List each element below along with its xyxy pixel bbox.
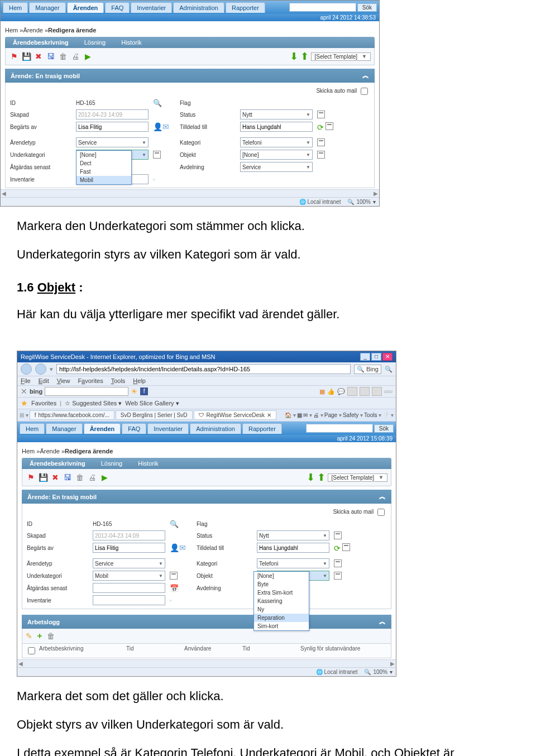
collapse-icon[interactable]: ︽ [379,617,386,626]
trash-icon[interactable]: 🗑 [58,51,68,61]
subnav-arendebeskrivning[interactable]: Ärendebeskrivning [13,39,69,46]
select-all-checkbox[interactable] [28,647,35,654]
save-as-icon[interactable]: 🖫 [46,51,56,61]
tool-icon[interactable] [360,387,370,396]
url-input[interactable] [56,364,351,374]
rss-icon[interactable]: ▦ [319,388,325,395]
skapad-input[interactable] [93,530,165,540]
dropdown-option[interactable]: [None] [254,572,309,580]
kategori-select[interactable]: Telefoni▼ [257,558,329,568]
search-icon[interactable]: 🔍 [385,366,393,373]
nav-tab-hem[interactable]: Hem [3,2,28,13]
page-icon[interactable] [153,151,161,159]
print-icon[interactable]: 🖨 [87,472,97,482]
browser-tab[interactable]: SvD Berglins | Serier | SvD [116,410,193,420]
avdelning-select[interactable]: Service▼ [240,162,313,172]
flag-icon[interactable]: ⚑ [9,51,19,61]
dropdown-option[interactable]: Ny [254,605,309,614]
dropdown-option[interactable]: Sim-kort [254,622,309,630]
template-select[interactable]: [Select Template]▼ [328,473,387,482]
inventory-icon[interactable]: ▫ [170,597,192,604]
dropdown-option[interactable]: Mobil [76,176,131,184]
tilldelad-input[interactable] [257,543,329,553]
menu-favorites[interactable]: Favorites [78,377,103,384]
search-engine[interactable]: 🔍 Bing [354,365,381,374]
kategori-select[interactable]: Telefoni▼ [240,137,313,147]
skapad-input[interactable] [76,109,149,119]
trash-icon[interactable]: 🗑 [75,472,85,482]
play-icon[interactable]: ▶ [83,51,93,61]
dropdown-option[interactable]: Dect [76,159,131,168]
search-icon[interactable]: 🔍 [170,520,192,528]
refresh-icon[interactable]: ⟳ [334,544,341,553]
page-icon[interactable] [317,138,325,146]
horizontal-scrollbar[interactable]: ◀▶ [17,659,396,667]
nav-tab-hem[interactable]: Hem [20,423,45,434]
zoom-control[interactable]: 🔍 100% ▾ [364,669,393,675]
nav-tab-manager[interactable]: Manager [29,2,65,13]
arendetyp-select[interactable]: Service▼ [76,137,149,147]
nav-tab-administration[interactable]: Administration [173,2,224,13]
tool-icon[interactable] [347,387,357,396]
subnav-arendebeskrivning[interactable]: Ärendebeskrivning [30,460,85,467]
calendar-icon[interactable]: 📅 [170,584,192,592]
inventarie-input[interactable] [93,595,165,605]
arrow-down-icon[interactable]: ⬇ [290,50,298,63]
subnav-historik[interactable]: Historik [121,39,142,46]
suggested-sites[interactable]: ☆ Suggested Sites ▾ [65,400,122,407]
horizontal-scrollbar[interactable]: ◀▶ [1,189,379,197]
search-button[interactable]: Sök [357,3,377,12]
inventory-icon[interactable]: ▫ [153,176,175,183]
atgardas-input[interactable] [93,583,165,593]
search-icon[interactable]: 🔍 [153,99,175,107]
page-icon[interactable] [170,572,178,580]
page-icon[interactable] [317,111,325,118]
browser-tab[interactable]: fhttps://www.facebook.com/... [30,410,114,420]
safety-menu[interactable]: Safety ▾ [343,412,363,418]
minimize-button[interactable]: _ [360,353,370,361]
auto-mail-checkbox[interactable] [377,509,385,516]
page-menu[interactable]: Page ▾ [324,412,342,418]
menu-tools[interactable]: Tools [111,377,126,384]
bing-search-input[interactable] [45,387,128,396]
page-icon[interactable] [334,559,342,567]
mail-icon[interactable]: ✉ [179,543,186,552]
edit-icon[interactable]: ✎ [26,631,32,640]
mail-icon[interactable]: ✉ [162,122,169,131]
dropdown-option[interactable]: [None] [76,151,131,159]
collapse-icon[interactable]: ︽ [379,492,386,501]
template-select[interactable]: [Select Template]▼ [311,52,371,61]
arrow-up-icon[interactable]: ⬆ [300,50,309,63]
thumb-icon[interactable]: 👍 [327,388,335,395]
close-button[interactable]: ✕ [382,353,393,361]
menu-view[interactable]: View [57,377,70,384]
tools-menu[interactable]: Tools ▾ [364,412,381,418]
add-icon[interactable]: ＋ [36,631,44,641]
nav-tab-arenden[interactable]: Ärenden [67,2,104,13]
status-select[interactable]: Nytt▼ [257,530,329,540]
maximize-button[interactable]: □ [371,353,381,361]
nav-tab-faq[interactable]: FAQ [122,423,146,434]
auto-mail-checkbox[interactable] [361,88,368,95]
user-icon[interactable]: 👤 [153,122,162,131]
global-search-input[interactable] [306,424,373,433]
dropdown-option[interactable]: Reparation [254,614,309,622]
dropdown-option[interactable]: Byte [254,580,309,588]
subnav-losning[interactable]: Lösning [84,39,106,46]
nav-tab-inventarier[interactable]: Inventarier [131,2,172,13]
page-icon[interactable] [317,151,325,159]
objekt-select[interactable]: [None]▼ [240,150,313,160]
user-icon[interactable]: 👤 [170,543,179,552]
chat-icon[interactable]: 💬 [337,388,345,395]
status-select[interactable]: Nytt▼ [240,109,313,119]
nav-tab-faq[interactable]: FAQ [105,2,130,13]
search-button[interactable]: Sök [374,424,394,433]
page-icon[interactable] [334,572,342,580]
subnav-historik[interactable]: Historik [138,460,159,467]
dropdown-option[interactable]: Kassering [254,597,309,605]
page-icon[interactable] [326,122,333,130]
refresh-icon[interactable]: ⟳ [317,123,324,132]
web-slice-gallery[interactable]: Web Slice Gallery ▾ [125,400,179,407]
save-as-icon[interactable]: 🖫 [63,472,73,482]
dropdown-option[interactable]: Fast [76,168,131,176]
